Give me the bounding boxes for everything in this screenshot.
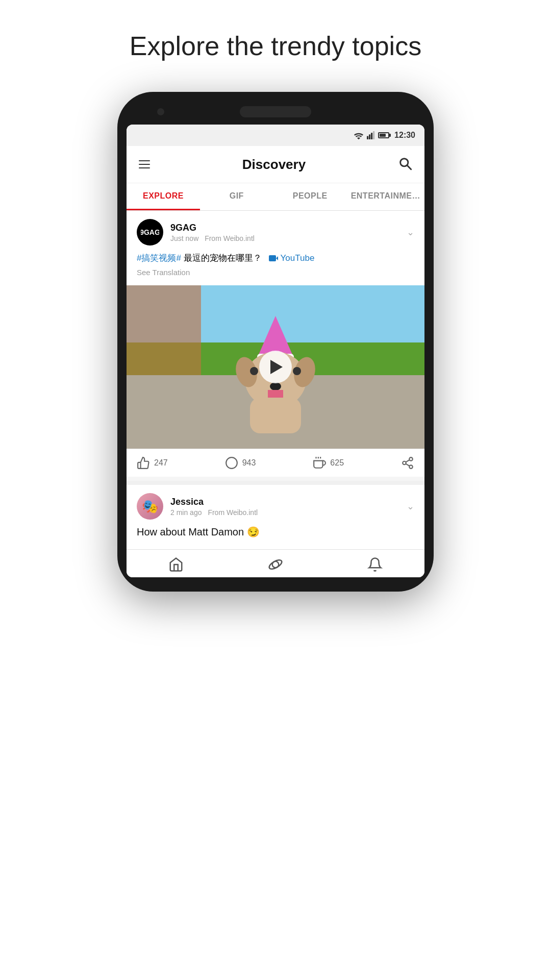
discovery-icon <box>268 557 283 572</box>
repost-button[interactable]: 625 <box>313 456 401 470</box>
username: 9GAG <box>170 223 407 233</box>
svg-line-17 <box>406 464 409 466</box>
repost-count: 625 <box>330 458 344 468</box>
tab-gif[interactable]: GIF <box>200 183 273 210</box>
svg-rect-0 <box>367 136 368 139</box>
comment-icon <box>225 456 238 470</box>
nav-discovery[interactable] <box>226 557 325 572</box>
home-icon <box>168 557 184 572</box>
bottom-nav <box>127 549 424 577</box>
nav-notifications[interactable] <box>325 557 424 572</box>
svg-rect-2 <box>371 133 372 139</box>
phone-camera <box>157 108 164 115</box>
share-icon <box>401 456 414 470</box>
tab-entertainment[interactable]: ENTERTAINME… <box>347 183 424 210</box>
repost-icon <box>313 456 326 470</box>
thumbs-up-icon <box>137 456 150 470</box>
status-icons: 12:30 <box>354 131 415 140</box>
signal-icon <box>367 131 375 139</box>
post-content: #搞笑视频# 最逗的宠物在哪里？ YouTube See Translation <box>127 252 424 285</box>
svg-rect-8 <box>269 255 276 261</box>
comment-count: 943 <box>242 458 256 468</box>
menu-button[interactable] <box>137 158 152 170</box>
like-count: 247 <box>154 458 168 468</box>
chevron-down-icon[interactable]: ⌄ <box>407 227 414 238</box>
battery-icon <box>378 132 389 138</box>
app-header: Discovery <box>127 146 424 183</box>
post-meta-2: 2 min ago From Weibo.intl <box>170 508 407 517</box>
wifi-icon <box>354 131 364 139</box>
phone-frame: 12:30 Discovery EXPLORE GIF PEOPLE E <box>117 92 434 592</box>
svg-rect-1 <box>369 134 370 139</box>
svg-marker-9 <box>276 256 278 260</box>
youtube-link[interactable]: YouTube <box>281 253 315 263</box>
phone-speaker <box>240 106 311 117</box>
post-actions: 247 943 <box>127 449 424 477</box>
status-time: 12:30 <box>394 131 415 140</box>
svg-point-20 <box>268 558 283 571</box>
post-card-2: 🎭 Jessica 2 min ago From Weibo.intl ⌄ Ho… <box>127 485 424 545</box>
phone-top-decoration <box>127 106 424 117</box>
svg-line-18 <box>406 460 409 462</box>
svg-text:9GAG: 9GAG <box>141 228 159 236</box>
status-bar: 12:30 <box>127 125 424 146</box>
play-button[interactable] <box>259 351 292 383</box>
9gag-logo-icon: 9GAG <box>141 223 159 241</box>
divider <box>127 481 424 485</box>
post-source: From Weibo.intl <box>205 234 255 242</box>
svg-point-16 <box>409 465 413 469</box>
post-card: 9GAG 9GAG Just now From Weibo.intl ⌄ #搞笑… <box>127 211 424 477</box>
post-meta: Just now From Weibo.intl <box>170 234 407 242</box>
phone-screen: 12:30 Discovery EXPLORE GIF PEOPLE E <box>127 125 424 577</box>
tab-explore[interactable]: EXPLORE <box>127 183 200 210</box>
hashtag-text[interactable]: #搞笑视频# <box>137 253 181 263</box>
post-time-2: 2 min ago <box>170 508 202 517</box>
post-image[interactable] <box>127 285 424 449</box>
svg-rect-3 <box>373 131 374 139</box>
app-title: Discovery <box>152 157 396 173</box>
post-time: Just now <box>170 234 198 242</box>
second-post-content: How about Matt Damon 😏 <box>127 526 424 545</box>
chevron-down-icon-2[interactable]: ⌄ <box>407 501 414 512</box>
see-translation[interactable]: See Translation <box>137 267 414 279</box>
svg-line-5 <box>407 165 411 169</box>
comment-button[interactable]: 943 <box>225 456 313 470</box>
tab-people[interactable]: PEOPLE <box>273 183 347 210</box>
bell-icon <box>367 557 383 572</box>
user-info: 9GAG Just now From Weibo.intl <box>170 223 407 242</box>
play-triangle-icon <box>270 360 283 374</box>
like-button[interactable]: 247 <box>137 456 225 470</box>
content-area: 9GAG 9GAG Just now From Weibo.intl ⌄ #搞笑… <box>127 211 424 545</box>
video-icon <box>269 255 278 262</box>
svg-point-15 <box>403 461 406 465</box>
share-button[interactable] <box>401 456 414 470</box>
svg-point-14 <box>409 457 413 461</box>
tab-bar: EXPLORE GIF PEOPLE ENTERTAINME… <box>127 183 424 211</box>
nav-home[interactable] <box>127 557 226 572</box>
user-info-2: Jessica 2 min ago From Weibo.intl <box>170 497 407 517</box>
post-header: 9GAG 9GAG Just now From Weibo.intl ⌄ <box>127 211 424 252</box>
search-button[interactable] <box>396 154 414 175</box>
page-title: Explore the trendy topics <box>130 31 421 61</box>
post-source-2: From Weibo.intl <box>208 508 258 517</box>
username-2: Jessica <box>170 497 407 507</box>
avatar: 9GAG <box>137 219 163 246</box>
post-header-2: 🎭 Jessica 2 min ago From Weibo.intl ⌄ <box>127 485 424 526</box>
avatar-jessica: 🎭 <box>137 493 163 520</box>
post-text: 最逗的宠物在哪里？ <box>184 253 262 263</box>
